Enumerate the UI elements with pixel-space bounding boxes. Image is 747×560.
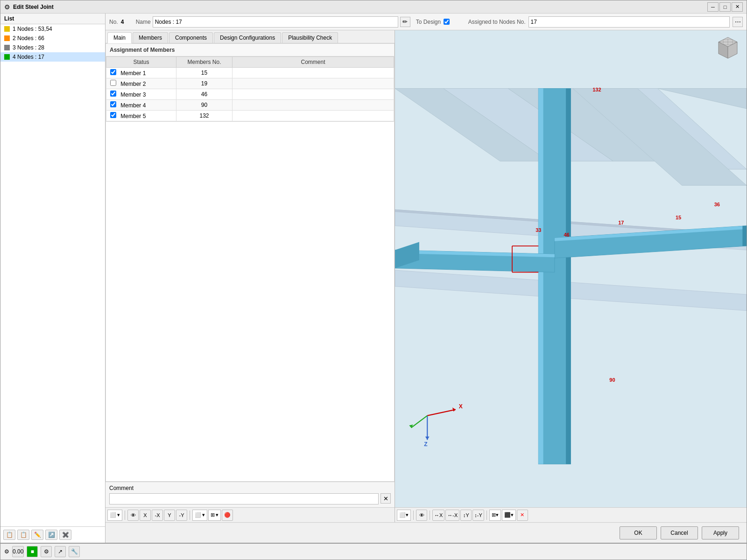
view-sep-2 bbox=[430, 511, 430, 520]
view-tb-fy[interactable]: ↕Y bbox=[460, 510, 472, 521]
member-4-status[interactable]: Member 4 bbox=[106, 100, 176, 111]
member-2-label: Member 2 bbox=[120, 81, 146, 87]
to-design-checkbox[interactable] bbox=[444, 19, 450, 25]
window-icon: ⚙ bbox=[4, 3, 10, 11]
list-item-3-color bbox=[4, 45, 10, 50]
main-content: List 1 Nodes : 53,54 2 Nodes : 66 3 Node… bbox=[0, 14, 747, 543]
member-5-label: Member 5 bbox=[120, 113, 146, 119]
render-mode-label: ⬜ bbox=[195, 512, 201, 518]
list-item-4-label: 4 Nodes : 17 bbox=[13, 54, 44, 60]
list-item-1-color bbox=[4, 26, 10, 32]
table-row: Member 4 90 bbox=[106, 100, 394, 111]
edit-button[interactable]: ✏️ bbox=[31, 530, 43, 540]
view-xneg-button[interactable]: -X bbox=[152, 510, 163, 521]
view-tb-reset[interactable]: ✕ bbox=[517, 510, 528, 521]
toolbar-sep-2 bbox=[190, 511, 190, 520]
view-sep-1 bbox=[413, 511, 414, 520]
copy-button[interactable]: 📋 bbox=[17, 530, 29, 540]
label-17: 17 bbox=[618, 220, 624, 225]
add-button[interactable]: 📋 bbox=[3, 530, 15, 540]
list-item-3[interactable]: 3 Nodes : 28 bbox=[0, 43, 105, 52]
render-mode-dropdown[interactable]: ⬜ ▾ bbox=[192, 510, 207, 521]
member-5-number: 132 bbox=[176, 111, 233, 121]
member-4-checkbox[interactable] bbox=[110, 101, 116, 107]
list-item-1[interactable]: 1 Nodes : 53,54 bbox=[0, 24, 105, 34]
taskbar-icon-app: ⚙ bbox=[4, 548, 9, 555]
tab-main[interactable]: Main bbox=[107, 32, 132, 43]
name-field: Name ✏ bbox=[136, 16, 410, 28]
member-3-status[interactable]: Member 3 bbox=[106, 89, 176, 100]
section-header: Assignment of Members bbox=[106, 44, 394, 56]
tab-members[interactable]: Members bbox=[133, 32, 168, 43]
table-row: Member 2 19 bbox=[106, 78, 394, 89]
apply-button[interactable]: Apply bbox=[702, 526, 739, 539]
joint-list: 1 Nodes : 53,54 2 Nodes : 66 3 Nodes : 2… bbox=[0, 24, 105, 526]
view-tb-dropdown-1[interactable]: ⬜▾ bbox=[397, 510, 411, 521]
assigned-field: Assigned to Nodes No. ⋯ bbox=[468, 16, 743, 28]
name-input[interactable] bbox=[153, 16, 398, 28]
view-sep-3 bbox=[486, 511, 487, 520]
window-controls: ─ □ ✕ bbox=[707, 2, 743, 12]
member-1-status[interactable]: Member 1 bbox=[106, 68, 176, 78]
close-button[interactable]: ✕ bbox=[732, 2, 743, 12]
view-tb-fx[interactable]: ↔X bbox=[432, 510, 444, 521]
lower-area bbox=[106, 121, 394, 481]
taskbar-green-button[interactable]: ■ bbox=[27, 546, 38, 557]
view-y-button[interactable]: Y bbox=[164, 510, 175, 521]
taskbar-tool-button[interactable]: 🔧 bbox=[69, 546, 80, 557]
view-bottom-toolbar: ⬜▾ 👁 ↔X ↔-X ↕Y ↕-Y ⊞▾ ⬛▾ ✕ bbox=[395, 507, 747, 522]
assigned-input[interactable] bbox=[529, 16, 730, 28]
view-all-button[interactable]: 👁 bbox=[127, 510, 139, 521]
label-90: 90 bbox=[609, 377, 615, 383]
taskbar-settings-button[interactable]: ⚙ bbox=[41, 546, 52, 557]
member-5-checkbox[interactable] bbox=[110, 112, 116, 118]
assigned-select-button[interactable]: ⋯ bbox=[733, 17, 743, 27]
view-tb-dropdown-2[interactable]: ⊞▾ bbox=[489, 510, 501, 521]
member-3-checkbox[interactable] bbox=[110, 91, 116, 97]
tab-design-config[interactable]: Design Configurations bbox=[214, 32, 281, 43]
view-mode-dropdown[interactable]: ⬜ ▾ bbox=[107, 510, 122, 521]
to-design-field: To Design bbox=[416, 19, 463, 25]
3d-view-panel: X Z 132 15 17 36 bbox=[395, 30, 747, 522]
comment-clear-button[interactable]: ✕ bbox=[381, 493, 391, 504]
table-row: Member 1 15 bbox=[106, 68, 394, 78]
dialog-bottom: OK Cancel Apply bbox=[106, 522, 747, 543]
display-mode-dropdown[interactable]: ⊞ ▾ bbox=[208, 510, 221, 521]
view-tb-dropdown-3[interactable]: ⬛▾ bbox=[502, 510, 516, 521]
view-yneg-button[interactable]: -Y bbox=[176, 510, 187, 521]
view-x-button[interactable]: X bbox=[140, 510, 151, 521]
comment-input[interactable] bbox=[109, 493, 379, 504]
member-1-checkbox[interactable] bbox=[110, 69, 116, 75]
assign-button[interactable]: ↗️ bbox=[45, 530, 57, 540]
no-field: No. 4 bbox=[109, 19, 130, 25]
name-edit-button[interactable]: ✏ bbox=[400, 17, 410, 27]
list-item-4-color bbox=[4, 54, 10, 60]
view-tb-fyn[interactable]: ↕-Y bbox=[472, 510, 484, 521]
view-tb-fxn[interactable]: ↔-X bbox=[445, 510, 459, 521]
reset-button[interactable]: 🔴 bbox=[222, 510, 233, 521]
left-panel-header: List bbox=[0, 14, 105, 24]
taskbar-arrow-button[interactable]: ↗ bbox=[55, 546, 66, 557]
display-mode-label: ⊞ bbox=[211, 512, 215, 518]
svg-marker-15 bbox=[742, 226, 747, 246]
member-2-number: 19 bbox=[176, 78, 233, 89]
list-item-4[interactable]: 4 Nodes : 17 bbox=[0, 52, 105, 62]
ok-button[interactable]: OK bbox=[620, 526, 657, 539]
list-item-2[interactable]: 2 Nodes : 66 bbox=[0, 34, 105, 43]
cancel-button[interactable]: Cancel bbox=[661, 526, 698, 539]
member-2-status[interactable]: Member 2 bbox=[106, 78, 176, 89]
content-area: Main Members Components Design Configura… bbox=[106, 30, 747, 522]
nav-cube[interactable] bbox=[714, 35, 742, 63]
tab-components[interactable]: Components bbox=[169, 32, 213, 43]
member-4-comment bbox=[233, 100, 394, 111]
delete-button[interactable]: ✖️ bbox=[59, 530, 71, 540]
tab-plausibility[interactable]: Plausibility Check bbox=[282, 32, 338, 43]
list-item-2-color bbox=[4, 35, 10, 41]
maximize-button[interactable]: □ bbox=[719, 2, 731, 12]
minimize-button[interactable]: ─ bbox=[707, 2, 719, 12]
taskbar-value-button[interactable]: 0.00 bbox=[12, 546, 24, 557]
member-2-checkbox[interactable] bbox=[110, 80, 116, 86]
view-tb-eye[interactable]: 👁 bbox=[416, 510, 427, 521]
label-15: 15 bbox=[676, 215, 681, 220]
member-5-status[interactable]: Member 5 bbox=[106, 111, 176, 121]
